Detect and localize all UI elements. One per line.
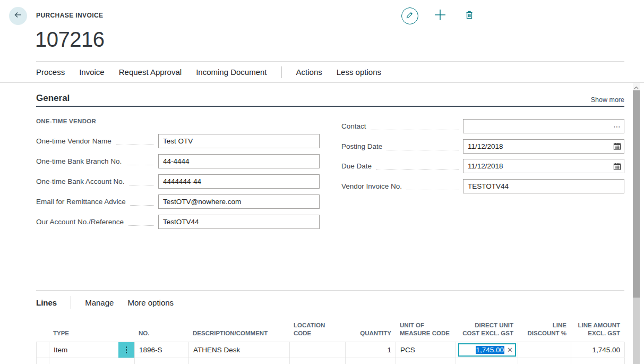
add-button[interactable]: [433, 9, 447, 23]
no-cell[interactable]: [135, 358, 189, 364]
scrollbar-thumb[interactable]: [633, 90, 640, 298]
column-header-quantity[interactable]: QUANTITY: [345, 329, 396, 342]
one-time-vendor-name-input[interactable]: [158, 134, 320, 148]
clear-icon[interactable]: ✕: [507, 346, 513, 354]
due-date-label: Due Date: [341, 162, 372, 170]
ribbon-tab-request-approval[interactable]: Request Approval: [119, 67, 182, 77]
ribbon-tab-process[interactable]: Process: [36, 67, 65, 77]
unit-of-measure-cell[interactable]: PCS: [396, 342, 456, 358]
assist-edit-icon[interactable]: ⋯: [613, 124, 621, 129]
ribbon-tab-actions[interactable]: Actions: [296, 67, 322, 77]
one-time-bank-account-input[interactable]: [158, 174, 320, 189]
plus-icon: [433, 8, 447, 24]
purchase-invoice-page: PURCHASE INVOICE 107216 Process Invoice …: [0, 0, 644, 364]
one-time-bank-branch-label: One-time Bank Branch No.: [36, 157, 122, 165]
general-section-heading[interactable]: General: [36, 93, 70, 104]
column-header-line-amount[interactable]: LINE AMOUNT EXCL. GST: [571, 321, 624, 342]
row-options-ellipsis-icon[interactable]: [118, 342, 134, 358]
column-header-selector: [36, 338, 49, 342]
direct-unit-cost-cell[interactable]: [456, 358, 518, 364]
lines-part-title[interactable]: Lines: [36, 298, 57, 307]
one-time-vendor-group-caption: ONE-TIME VENDOR: [36, 118, 96, 124]
column-header-type[interactable]: TYPE: [49, 329, 134, 342]
column-header-direct-unit-cost[interactable]: DIRECT UNIT COST EXCL. GST: [456, 321, 518, 342]
lines-menu-divider: [71, 296, 71, 309]
field-row: Vendor Invoice No.: [341, 179, 624, 193]
field-row: One-time Bank Branch No.: [36, 154, 320, 168]
type-cell[interactable]: Item: [49, 342, 135, 358]
back-button[interactable]: [9, 7, 27, 25]
column-header-description[interactable]: DESCRIPTION/COMMENT: [188, 329, 289, 342]
lines-table: TYPE NO. DESCRIPTION/COMMENT LOCATION CO…: [36, 311, 624, 364]
field-row: One-time Bank Account No.: [36, 174, 320, 189]
email-remittance-input[interactable]: [158, 194, 320, 209]
line-discount-cell[interactable]: [518, 342, 571, 358]
one-time-bank-account-label: One-time Bank Account No.: [36, 177, 125, 185]
row-selector-cell[interactable]: [37, 342, 49, 358]
lines-table-header: TYPE NO. DESCRIPTION/COMMENT LOCATION CO…: [36, 311, 624, 342]
field-row: Due Date: [341, 159, 624, 173]
due-date-input[interactable]: [463, 159, 624, 173]
ribbon-tab-invoice[interactable]: Invoice: [79, 67, 105, 77]
show-more-link[interactable]: Show more: [591, 96, 624, 104]
general-left-fields: One-time Vendor Name One-time Bank Branc…: [36, 134, 320, 229]
selected-cost-value: 1,745.00: [476, 346, 505, 354]
action-ribbon: Process Invoice Request Approval Incomin…: [0, 62, 644, 83]
our-account-reference-input[interactable]: [158, 215, 320, 229]
posting-date-input[interactable]: [463, 139, 624, 154]
location-code-cell[interactable]: [290, 342, 346, 358]
line-amount-cell[interactable]: 1,745.00: [571, 342, 625, 358]
column-header-no[interactable]: NO.: [134, 329, 188, 342]
calendar-icon[interactable]: [613, 162, 621, 170]
email-remittance-label: Email for Remittance Advice: [36, 198, 126, 206]
lines-part-menu: Lines Manage More options: [36, 295, 174, 309]
no-cell[interactable]: 1896-S: [135, 342, 189, 358]
field-row: Our Account No./Reference: [36, 215, 320, 229]
row-selector-cell[interactable]: [37, 358, 49, 364]
ribbon-divider: [281, 66, 282, 78]
field-row: Email for Remittance Advice: [36, 194, 320, 209]
column-header-location-code[interactable]: LOCATION CODE: [289, 321, 345, 342]
line-discount-cell[interactable]: [518, 358, 571, 364]
contact-label: Contact: [341, 122, 366, 130]
one-time-vendor-name-label: One-time Vendor Name: [36, 137, 111, 145]
our-account-reference-label: Our Account No./Reference: [36, 218, 124, 226]
document-number-title: 107216: [35, 28, 104, 52]
field-row: Contact ⋯: [341, 119, 624, 133]
direct-unit-cost-editor[interactable]: 1,745.00 ✕: [458, 343, 516, 357]
one-time-bank-branch-input[interactable]: [158, 154, 320, 168]
unit-of-measure-cell[interactable]: [396, 358, 456, 364]
general-section-underline: [36, 106, 624, 107]
dotted-leader: [116, 137, 154, 145]
scrollbar-up-button[interactable]: [633, 83, 640, 90]
calendar-icon[interactable]: [613, 142, 621, 150]
field-row: Posting Date: [341, 139, 624, 154]
delete-button[interactable]: [463, 10, 476, 22]
column-header-unit-of-measure[interactable]: UNIT OF MEASURE CODE: [396, 321, 456, 342]
line-amount-cell[interactable]: [571, 358, 625, 364]
description-cell[interactable]: [189, 358, 290, 364]
ribbon-tab-incoming-document[interactable]: Incoming Document: [196, 67, 267, 77]
dotted-leader: [371, 122, 459, 130]
dotted-leader: [376, 162, 459, 170]
lines-menu-more-options[interactable]: More options: [127, 298, 174, 307]
general-right-fields: Contact ⋯ Posting Date Due Date: [341, 119, 624, 193]
vendor-invoice-no-input[interactable]: [463, 179, 624, 193]
ribbon-tab-less-options[interactable]: Less options: [337, 67, 381, 77]
vendor-invoice-no-label: Vendor Invoice No.: [341, 182, 402, 190]
quantity-cell[interactable]: 1: [346, 342, 396, 358]
contact-input[interactable]: [463, 119, 624, 133]
column-header-line-discount[interactable]: LINE DISCOUNT %: [518, 321, 571, 342]
quantity-cell[interactable]: [346, 358, 396, 364]
arrow-left-icon: [13, 10, 23, 22]
vertical-scrollbar[interactable]: [633, 83, 640, 364]
edit-button[interactable]: [401, 7, 418, 24]
lines-menu-manage[interactable]: Manage: [85, 298, 114, 307]
page-type-caption: PURCHASE INVOICE: [36, 12, 103, 19]
description-cell[interactable]: ATHENS Desk: [189, 342, 290, 358]
direct-unit-cost-cell[interactable]: 1,745.00 ✕: [456, 342, 518, 358]
location-code-cell[interactable]: [290, 358, 346, 364]
type-cell[interactable]: [49, 358, 135, 364]
type-value: Item: [49, 346, 67, 354]
dotted-leader: [129, 177, 154, 185]
